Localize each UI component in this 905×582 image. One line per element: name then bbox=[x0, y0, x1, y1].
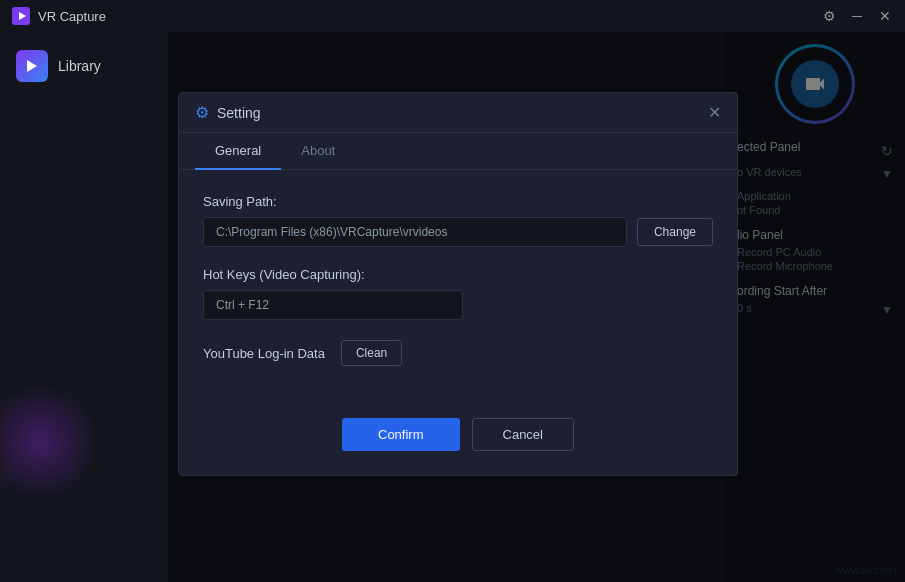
content-area: ected Panel ↻ o VR devices ▼ Application… bbox=[168, 32, 905, 582]
youtube-group: YouTube Log-in Data Clean bbox=[203, 340, 713, 366]
app-title: VR Capture bbox=[38, 9, 821, 24]
settings-dialog: ⚙ Setting ✕ General About bbox=[178, 92, 738, 476]
dialog-body: Saving Path: Change Hot Keys (Video Capt… bbox=[179, 170, 737, 402]
dialog-tabs: General About bbox=[179, 133, 737, 170]
hotkeys-label: Hot Keys (Video Capturing): bbox=[203, 267, 713, 282]
saving-path-input[interactable] bbox=[203, 217, 627, 247]
hotkeys-input[interactable] bbox=[203, 290, 463, 320]
dialog-footer: Confirm Cancel bbox=[179, 402, 737, 475]
dialog-title: Setting bbox=[217, 105, 261, 121]
change-button[interactable]: Change bbox=[637, 218, 713, 246]
app-icon bbox=[12, 7, 30, 25]
saving-path-row: Change bbox=[203, 217, 713, 247]
hotkeys-row bbox=[203, 290, 713, 320]
saving-path-group: Saving Path: Change bbox=[203, 194, 713, 247]
library-icon bbox=[16, 50, 48, 82]
confirm-button[interactable]: Confirm bbox=[342, 418, 460, 451]
minimize-button[interactable]: ─ bbox=[849, 8, 865, 24]
sidebar-library-label: Library bbox=[58, 58, 101, 74]
tab-about[interactable]: About bbox=[281, 133, 355, 170]
dialog-gear-icon: ⚙ bbox=[195, 103, 209, 122]
saving-path-label: Saving Path: bbox=[203, 194, 713, 209]
settings-icon[interactable]: ⚙ bbox=[821, 8, 837, 24]
svg-marker-2 bbox=[27, 60, 37, 72]
sidebar-glow bbox=[0, 382, 100, 502]
dialog-header-left: ⚙ Setting bbox=[195, 103, 261, 122]
sidebar: Library bbox=[0, 32, 168, 582]
tab-general[interactable]: General bbox=[195, 133, 281, 170]
dialog-close-button[interactable]: ✕ bbox=[708, 105, 721, 121]
close-button[interactable]: ✕ bbox=[877, 8, 893, 24]
window-controls: ⚙ ─ ✕ bbox=[821, 8, 893, 24]
youtube-label: YouTube Log-in Data bbox=[203, 346, 325, 361]
titlebar: VR Capture ⚙ ─ ✕ bbox=[0, 0, 905, 32]
main-layout: Library ected Panel ↻ o VR devices ▼ bbox=[0, 32, 905, 582]
sidebar-item-library[interactable]: Library bbox=[0, 40, 168, 92]
dialog-overlay: ⚙ Setting ✕ General About bbox=[168, 32, 905, 582]
hotkeys-group: Hot Keys (Video Capturing): bbox=[203, 267, 713, 320]
cancel-button[interactable]: Cancel bbox=[472, 418, 574, 451]
dialog-header: ⚙ Setting ✕ bbox=[179, 93, 737, 133]
clean-button[interactable]: Clean bbox=[341, 340, 402, 366]
